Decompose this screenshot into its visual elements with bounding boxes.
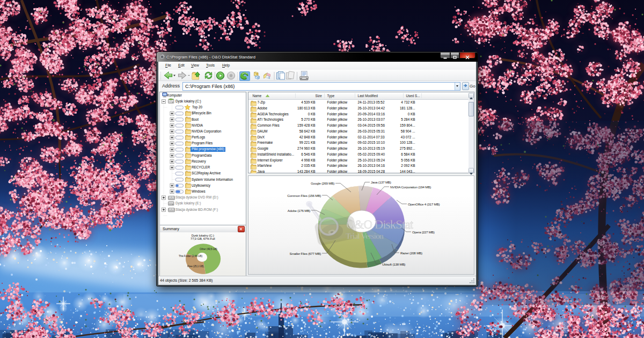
svg-text:Free (25,1 GB): Free (25,1 GB) [187,264,204,267]
svg-text:NVIDIA Corporation (194 MB): NVIDIA Corporation (194 MB) [390,185,431,189]
svg-text:OpenOffice 4 (317 MB): OpenOffice 4 (317 MB) [408,202,440,206]
svg-text:Trial Version: Trial Version [346,231,384,240]
svg-text:Other (49,5 GB): Other (49,5 GB) [200,247,217,250]
svg-text:Smaller Files (677 MB): Smaller Files (677 MB) [289,252,321,255]
svg-text:Google (269 MB): Google (269 MB) [310,181,334,185]
svg-text:O&O DiskStat: O&O DiskStat [346,218,414,231]
svg-text:Opera (227 MB): Opera (227 MB) [412,230,435,234]
svg-text:Java (137 MB): Java (137 MB) [371,180,391,184]
svg-text:Common Files (156 MB): Common Files (156 MB) [287,194,321,197]
svg-text:This Folder (2,44 GB): This Folder (2,44 GB) [179,254,202,257]
svg-text:Ubisoft (138 MB): Ubisoft (138 MB) [382,262,405,266]
svg-text:Razer (208 MB): Razer (208 MB) [400,251,422,255]
svg-text:Adobe (176 MB): Adobe (176 MB) [287,209,310,212]
